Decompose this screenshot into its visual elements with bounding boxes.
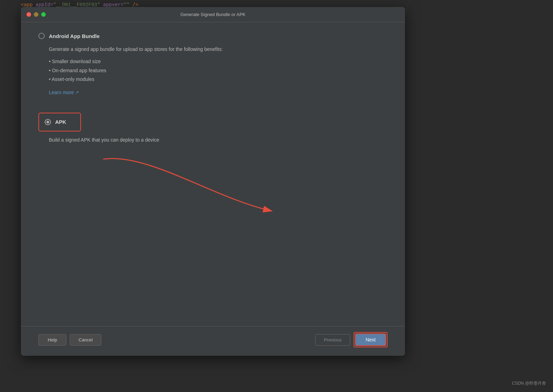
next-button[interactable]: Next xyxy=(355,333,386,346)
learn-more-link[interactable]: Learn more xyxy=(49,90,79,95)
cancel-button[interactable]: Cancel xyxy=(70,334,101,346)
apk-description: Build a signed APK that you can deploy t… xyxy=(49,137,388,143)
bullet-item-1: Smaller download size xyxy=(49,57,388,66)
apk-section: APK Build a signed APK that you can depl… xyxy=(38,113,388,153)
dialog-footer: Help Cancel Previous Next xyxy=(21,326,405,356)
android-bundle-section: Android App Bundle Generate a signed app… xyxy=(38,33,388,106)
previous-button[interactable]: Previous xyxy=(315,334,351,346)
minimize-button[interactable] xyxy=(34,12,38,17)
dialog-body: Android App Bundle Generate a signed app… xyxy=(21,22,405,326)
android-bundle-option-row[interactable]: Android App Bundle xyxy=(38,33,388,39)
bullet-item-3: Asset-only modules xyxy=(49,75,388,84)
android-bundle-label: Android App Bundle xyxy=(49,33,99,39)
footer-right-buttons: Previous Next xyxy=(315,332,388,347)
apk-label: APK xyxy=(55,119,66,125)
android-bundle-bullets: Smaller download size On-demand app feat… xyxy=(49,57,388,84)
apk-radio[interactable] xyxy=(45,119,51,125)
code-editor-line: <app appId="__ON1__F092F03" appver="" /> xyxy=(21,0,138,8)
dialog-title: Generate Signed Bundle or APK xyxy=(180,12,245,17)
bullet-item-2: On-demand app features xyxy=(49,66,388,75)
android-bundle-radio[interactable] xyxy=(38,33,45,39)
annotation-arrow xyxy=(84,140,311,237)
next-button-wrapper: Next xyxy=(354,332,388,347)
title-bar: Generate Signed Bundle or APK xyxy=(21,7,405,22)
help-button[interactable]: Help xyxy=(38,334,66,346)
close-button[interactable] xyxy=(27,12,31,17)
apk-option-highlight[interactable]: APK xyxy=(38,113,81,131)
watermark: CSDN @即墨丹青 xyxy=(512,380,546,386)
footer-left-buttons: Help Cancel xyxy=(38,334,101,346)
maximize-button[interactable] xyxy=(41,12,46,17)
android-bundle-description: Generate a signed app bundle for upload … xyxy=(49,45,388,53)
traffic-lights xyxy=(27,12,46,17)
dialog-window: Generate Signed Bundle or APK Android Ap… xyxy=(21,7,405,356)
